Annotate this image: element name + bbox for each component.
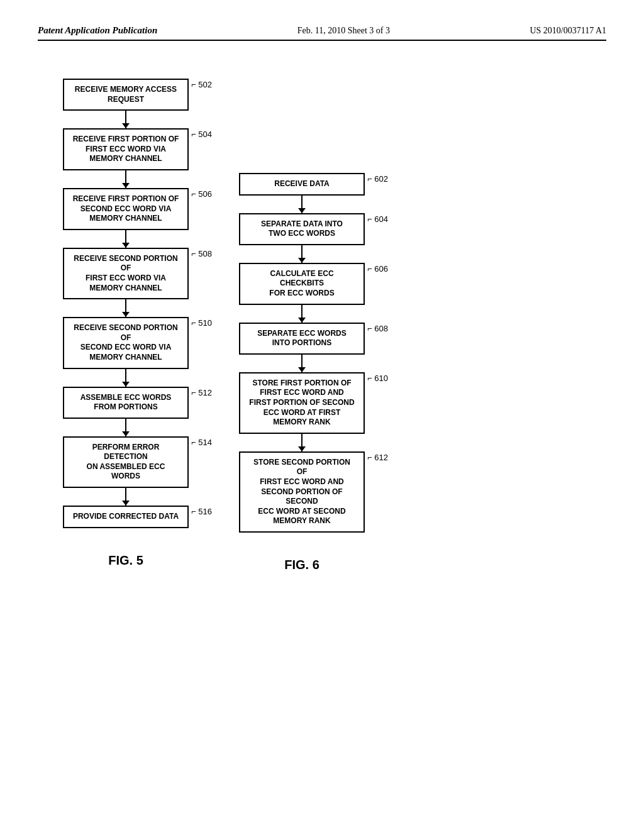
- step-610-box: STORE FIRST PORTION OFFIRST ECC WORD AND…: [239, 372, 365, 434]
- arrow-506-508: [125, 230, 126, 248]
- fig5-label: FIG. 5: [108, 553, 143, 568]
- ref-514: ⌐ 514: [191, 438, 212, 447]
- ref-512: ⌐ 512: [191, 388, 212, 397]
- step-514-box: PERFORM ERROR DETECTIONON ASSEMBLED ECC …: [63, 436, 189, 488]
- arrow-502-504: [125, 111, 126, 128]
- ref-504: ⌐ 504: [191, 130, 212, 139]
- arrow-514-516: [125, 488, 126, 506]
- step-512-box: ASSEMBLE ECC WORDSFROM PORTIONS: [63, 387, 189, 419]
- fig6-flowchart: RECEIVE DATA ⌐ 602 SEPARATE DATA INTOTWO…: [239, 173, 365, 572]
- step-608-wrapper: SEPARATE ECC WORDSINTO PORTIONS ⌐ 608: [239, 323, 365, 355]
- step-602-wrapper: RECEIVE DATA ⌐ 602: [239, 173, 365, 196]
- arrow-512-514: [125, 419, 126, 436]
- arrow-608-610: [301, 355, 303, 372]
- ref-510: ⌐ 510: [191, 318, 212, 328]
- step-514-wrapper: PERFORM ERROR DETECTIONON ASSEMBLED ECC …: [63, 436, 189, 488]
- arrow-610-612: [301, 434, 303, 451]
- step-604-box: SEPARATE DATA INTOTWO ECC WORDS: [239, 213, 365, 245]
- step-502-box: RECEIVE MEMORY ACCESSREQUEST: [63, 79, 189, 111]
- ref-612: ⌐ 612: [367, 453, 388, 462]
- step-610-wrapper: STORE FIRST PORTION OFFIRST ECC WORD AND…: [239, 372, 365, 434]
- step-516-wrapper: PROVIDE CORRECTED DATA ⌐ 516: [63, 506, 189, 528]
- step-604-wrapper: SEPARATE DATA INTOTWO ECC WORDS ⌐ 604: [239, 213, 365, 245]
- patent-number-label: US 2010/0037117 A1: [530, 26, 606, 36]
- ref-608: ⌐ 608: [367, 324, 388, 333]
- ref-604: ⌐ 604: [367, 214, 388, 224]
- ref-508: ⌐ 508: [191, 249, 212, 258]
- step-504-wrapper: RECEIVE FIRST PORTION OFFIRST ECC WORD V…: [63, 128, 189, 170]
- step-508-box: RECEIVE SECOND PORTION OFFIRST ECC WORD …: [63, 248, 189, 299]
- arrow-504-506: [125, 170, 126, 188]
- step-612-box: STORE SECOND PORTION OFFIRST ECC WORD AN…: [239, 451, 365, 533]
- ref-506: ⌐ 506: [191, 189, 212, 199]
- step-512-wrapper: ASSEMBLE ECC WORDSFROM PORTIONS ⌐ 512: [63, 387, 189, 419]
- step-510-box: RECEIVE SECOND PORTION OFSECOND ECC WORD…: [63, 317, 189, 368]
- arrow-602-604: [301, 196, 303, 213]
- arrow-510-512: [125, 369, 126, 387]
- step-516-box: PROVIDE CORRECTED DATA: [63, 506, 189, 528]
- step-502-wrapper: RECEIVE MEMORY ACCESSREQUEST ⌐ 502: [63, 79, 189, 111]
- step-508-wrapper: RECEIVE SECOND PORTION OFFIRST ECC WORD …: [63, 248, 189, 299]
- step-606-box: CALCULATE ECC CHECKBITSFOR ECC WORDS: [239, 263, 365, 305]
- step-510-wrapper: RECEIVE SECOND PORTION OFSECOND ECC WORD…: [63, 317, 189, 368]
- step-504-box: RECEIVE FIRST PORTION OFFIRST ECC WORD V…: [63, 128, 189, 170]
- step-612-wrapper: STORE SECOND PORTION OFFIRST ECC WORD AN…: [239, 451, 365, 533]
- ref-610: ⌐ 610: [367, 374, 388, 383]
- step-608-box: SEPARATE ECC WORDSINTO PORTIONS: [239, 323, 365, 355]
- step-602-box: RECEIVE DATA: [239, 173, 365, 196]
- fig5-flowchart: RECEIVE MEMORY ACCESSREQUEST ⌐ 502 RECEI…: [63, 79, 189, 568]
- arrow-508-510: [125, 299, 126, 317]
- publication-label: Patent Application Publication: [38, 25, 157, 36]
- ref-606: ⌐ 606: [367, 264, 388, 274]
- step-506-box: RECEIVE FIRST PORTION OFSECOND ECC WORD …: [63, 188, 189, 230]
- fig6-label: FIG. 6: [284, 558, 319, 572]
- page: Patent Application Publication Feb. 11, …: [0, 0, 644, 830]
- ref-516: ⌐ 516: [191, 507, 212, 516]
- arrow-604-606: [301, 245, 303, 263]
- arrow-606-608: [301, 305, 303, 323]
- ref-502: ⌐ 502: [191, 80, 212, 89]
- ref-602: ⌐ 602: [367, 174, 388, 184]
- diagrams-container: RECEIVE MEMORY ACCESSREQUEST ⌐ 502 RECEI…: [38, 66, 606, 585]
- step-506-wrapper: RECEIVE FIRST PORTION OFSECOND ECC WORD …: [63, 188, 189, 230]
- step-606-wrapper: CALCULATE ECC CHECKBITSFOR ECC WORDS ⌐ 6…: [239, 263, 365, 305]
- page-header: Patent Application Publication Feb. 11, …: [38, 25, 606, 41]
- date-sheet-label: Feb. 11, 2010 Sheet 3 of 3: [297, 26, 390, 36]
